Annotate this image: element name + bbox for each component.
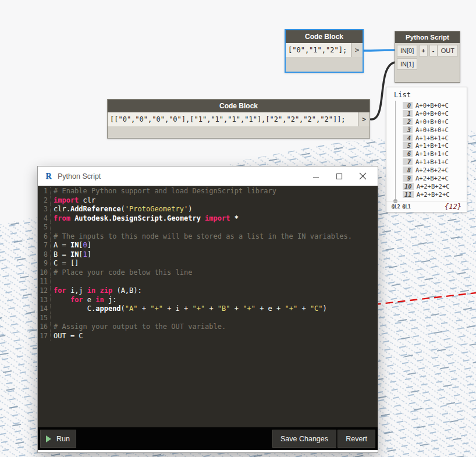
list-item: 8A+2+B+2+C — [403, 166, 464, 174]
window-titlebar[interactable]: R Python Script — [38, 166, 378, 186]
line-content: # Assign your output to the OUT variable… — [51, 323, 226, 332]
list-footer: @L2 @L1 {12} — [386, 201, 467, 212]
list-expand-handle[interactable] — [395, 101, 396, 201]
code-lines: 1# Enable Python support and load Design… — [38, 187, 378, 341]
list-header: List — [394, 91, 411, 99]
list-count-badge: {12} — [445, 203, 461, 211]
line-content: # Enable Python support and load DesignS… — [51, 187, 276, 196]
revit-logo-icon: R — [44, 171, 54, 181]
node-title[interactable]: Code Block — [286, 30, 363, 43]
list-item: 4A+1+B+1+C — [403, 134, 464, 142]
revert-button[interactable]: Revert — [338, 430, 375, 448]
minimize-button[interactable] — [304, 168, 328, 185]
list-item-value: A+1+B+1+C — [415, 150, 449, 157]
list-item-index: 5 — [403, 142, 413, 149]
line-content: C.append("A" + "+" + i + "+" + "B" + "+"… — [51, 304, 327, 314]
list-item-value: A+2+B+2+C — [415, 175, 449, 182]
line-number: 9 — [38, 259, 51, 268]
code-block-node-small[interactable]: Code Block ["0","1","2"]; > — [285, 29, 364, 73]
code-line: 3clr.AddReference('ProtoGeometry') — [38, 205, 378, 214]
minimize-icon — [312, 173, 319, 180]
list-item-value: A+2+B+2+C — [417, 191, 450, 198]
line-content: B = IN[1] — [51, 250, 91, 260]
list-item-index: 8 — [403, 166, 413, 173]
save-changes-button[interactable]: Save Changes — [272, 430, 336, 448]
list-item-value: A+1+B+1+C — [415, 158, 449, 165]
list-item-index: 1 — [403, 110, 413, 117]
list-item-index: 10 — [403, 183, 414, 190]
code-line: 7A = IN[0] — [38, 241, 378, 250]
list-item: 11A+2+B+2+C — [403, 190, 464, 199]
output-port[interactable]: > — [351, 43, 363, 57]
list-item-value: A+1+B+1+C — [415, 142, 449, 149]
line-content — [51, 314, 54, 323]
line-content: for i,j in zip (A,B): — [51, 286, 142, 296]
list-item: 1A+0+B+0+C — [403, 109, 464, 118]
python-script-node[interactable]: Python Script IN[0] + - OUT IN[1] — [395, 31, 460, 83]
line-content: clr.AddReference('ProtoGeometry') — [51, 205, 192, 214]
list-item: 0A+0+B+0+C — [403, 101, 464, 109]
list-items: 0A+0+B+0+C1A+0+B+0+C2A+0+B+0+C3A+0+B+0+C… — [403, 101, 464, 199]
line-number: 13 — [38, 296, 51, 305]
code-line: 4from Autodesk.DesignScript.Geometry imp… — [38, 214, 378, 224]
line-content: from Autodesk.DesignScript.Geometry impo… — [51, 214, 239, 224]
line-number: 5 — [38, 223, 51, 232]
add-input-button[interactable]: + — [419, 45, 427, 56]
code-line: 11 — [38, 277, 378, 286]
line-number: 8 — [38, 250, 51, 260]
line-content: A = IN[0] — [51, 241, 91, 250]
run-label: Run — [56, 435, 70, 443]
code-line: 17OUT = C — [38, 332, 378, 341]
list-item-index: 9 — [403, 175, 413, 182]
line-content: import clr — [51, 196, 95, 206]
node-body — [108, 126, 370, 138]
code-line: 1# Enable Python support and load Design… — [38, 187, 378, 196]
output-port-out[interactable]: OUT — [438, 45, 458, 56]
node-title[interactable]: Python Script — [395, 31, 460, 43]
list-item: 10A+2+B+2+C — [403, 182, 464, 190]
code-block-expression[interactable]: [["0","0","0","0"],["1","1","1","1"],["2… — [108, 112, 358, 126]
code-line: 8B = IN[1] — [38, 250, 378, 260]
line-number: 10 — [38, 268, 51, 278]
wire-codeblock-to-in0 — [364, 50, 395, 51]
output-port[interactable]: > — [358, 112, 370, 126]
node-output-preview: List 0A+0+B+0+C1A+0+B+0+C2A+0+B+0+C3A+0+… — [386, 87, 467, 212]
list-item: 9A+2+B+2+C — [403, 174, 464, 182]
code-line: 6# The inputs to this node will be store… — [38, 232, 378, 242]
dynamo-canvas[interactable]: { "nodes": { "code_block_small": { "titl… — [0, 0, 476, 457]
code-line: 2import clr — [38, 196, 378, 206]
code-editor[interactable]: 1# Enable Python support and load Design… — [38, 186, 378, 428]
code-line: 9C = [] — [38, 259, 378, 268]
list-item: 2A+0+B+0+C — [403, 118, 464, 126]
level-button-l1[interactable]: @L1 — [402, 204, 410, 210]
line-number: 12 — [38, 286, 51, 296]
list-item-index: 6 — [403, 150, 413, 157]
level-button-l2[interactable]: @L2 — [392, 204, 400, 210]
list-item-value: A+2+B+2+C — [417, 183, 450, 190]
line-content: OUT = C — [51, 332, 83, 341]
code-line: 14 C.append("A" + "+" + i + "+" + "B" + … — [38, 304, 378, 314]
input-port-in1[interactable]: IN[1] — [397, 58, 417, 70]
line-content: for e in j: — [51, 296, 116, 305]
code-block-node-large[interactable]: Code Block [["0","0","0","0"],["1","1","… — [107, 99, 370, 139]
line-number: 1 — [38, 187, 51, 196]
line-number: 11 — [38, 277, 51, 286]
run-play-icon — [46, 435, 51, 442]
remove-input-button[interactable]: - — [429, 45, 438, 56]
list-item-index: 2 — [403, 118, 413, 125]
line-content: # Place your code below this line — [51, 268, 192, 278]
input-port-in0[interactable]: IN[0] — [397, 45, 417, 56]
editor-bottom-bar: Run Save Changes Revert — [38, 427, 378, 450]
code-line: 12for i,j in zip (A,B): — [38, 286, 378, 296]
code-block-expression[interactable]: ["0","1","2"]; — [286, 43, 351, 57]
list-item-value: A+2+B+2+C — [415, 166, 449, 173]
line-number: 17 — [38, 332, 51, 341]
line-number: 2 — [38, 196, 51, 206]
node-body — [286, 57, 363, 72]
run-button[interactable]: Run — [40, 430, 76, 448]
maximize-button[interactable] — [328, 168, 351, 185]
close-button[interactable] — [351, 168, 374, 185]
code-line: 16# Assign your output to the OUT variab… — [38, 323, 378, 332]
list-item: 3A+0+B+0+C — [403, 126, 464, 134]
node-title[interactable]: Code Block — [108, 100, 370, 112]
